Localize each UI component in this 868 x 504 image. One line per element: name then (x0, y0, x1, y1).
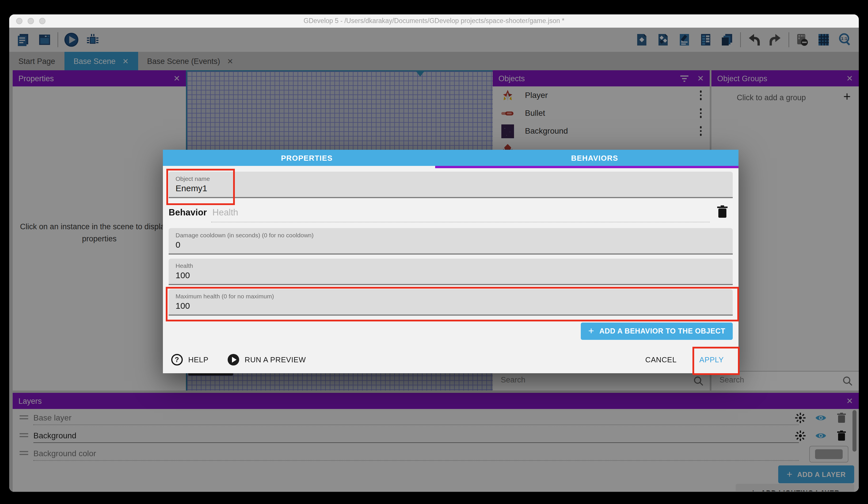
dialog-tab-label: PROPERTIES (281, 153, 333, 162)
dialog-footer: ? HELP RUN A PREVIEW CANCEL APPLY (163, 346, 738, 373)
behavior-label: Behavior (169, 208, 207, 218)
window-title: GDevelop 5 - /Users/dkarakay/Documents/G… (9, 17, 859, 24)
add-behavior-button[interactable]: + ADD A BEHAVIOR TO THE OBJECT (581, 323, 733, 340)
field-value: 100 (176, 270, 190, 280)
plus-icon: + (588, 325, 594, 337)
play-icon (227, 354, 239, 366)
dialog-tab-label: BEHAVIORS (571, 153, 618, 162)
annotation-box-object-name (166, 169, 235, 205)
cancel-button[interactable]: CANCEL (645, 355, 676, 364)
object-editor-dialog: PROPERTIES BEHAVIORS Object name Enemy1 … (163, 150, 738, 373)
annotation-box-apply (692, 347, 740, 375)
dialog-tab-behaviors[interactable]: BEHAVIORS (451, 150, 738, 166)
screen: GDevelop 5 - /Users/dkarakay/Documents/G… (0, 0, 868, 504)
cancel-label: CANCEL (645, 355, 676, 364)
run-preview-button[interactable]: RUN A PREVIEW (227, 354, 306, 366)
annotation-box-max-health (166, 287, 739, 321)
field-value: 0 (176, 240, 180, 249)
help-icon: ? (171, 354, 183, 366)
behavior-name-field[interactable]: Health (213, 208, 238, 218)
svg-text:?: ? (175, 356, 179, 363)
titlebar: GDevelop 5 - /Users/dkarakay/Documents/G… (9, 14, 859, 28)
add-behavior-label: ADD A BEHAVIOR TO THE OBJECT (599, 327, 725, 335)
object-name-field[interactable]: Object name Enemy1 (169, 172, 733, 198)
damage-cooldown-field[interactable]: Damage cooldown (in seconds) (0 for no c… (169, 228, 733, 255)
dialog-tab-properties[interactable]: PROPERTIES (163, 150, 451, 166)
help-label: HELP (188, 355, 208, 364)
dialog-tabbar: PROPERTIES BEHAVIORS (163, 150, 738, 166)
help-button[interactable]: ? HELP (171, 354, 208, 366)
health-field[interactable]: Health 100 (169, 259, 733, 285)
run-preview-label: RUN A PREVIEW (245, 355, 306, 364)
active-tab-indicator (435, 166, 738, 168)
delete-behavior-trash-icon[interactable] (717, 205, 729, 219)
field-label: Health (176, 262, 193, 269)
field-label: Damage cooldown (in seconds) (0 for no c… (176, 232, 314, 239)
behavior-header-row: Behavior Health (169, 204, 733, 225)
